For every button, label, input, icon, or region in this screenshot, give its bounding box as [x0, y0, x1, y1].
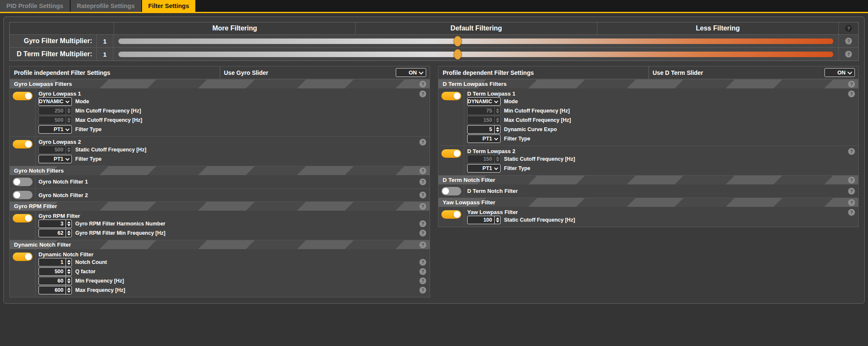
number-stepper[interactable]	[66, 220, 71, 228]
gyro-lowpass-2-type-select[interactable]: PT1	[38, 155, 72, 163]
gyro-lowpass-1-toggle[interactable]	[13, 92, 33, 100]
help-icon[interactable]: ?	[419, 230, 426, 236]
tab-bar: PID Profile Settings Rateprofile Setting…	[0, 0, 868, 12]
tuning-sliders-table: More Filtering Default Filtering Less Fi…	[9, 22, 859, 61]
number-stepper[interactable]	[66, 258, 71, 266]
help-icon[interactable]: ?	[845, 38, 852, 44]
dterm-lowpass-2-type-select[interactable]: PT1	[467, 164, 501, 173]
stepper-down-icon[interactable]	[67, 224, 71, 226]
help-icon[interactable]: ?	[419, 242, 426, 248]
gyro-notch-1-toggle[interactable]	[13, 178, 33, 186]
dterm-lowpass-2-toggle[interactable]	[441, 149, 461, 158]
dterm-filter-slider-track[interactable]	[118, 52, 833, 57]
tab-filter-settings[interactable]: Filter Settings	[142, 0, 196, 12]
stepper-down-icon[interactable]	[67, 272, 71, 274]
gyro-rpm-filter-block: Gyro RPM Filter 3 Gyro RPM Filter Harmon…	[10, 211, 430, 240]
help-icon[interactable]: ?	[419, 203, 426, 210]
number-stepper[interactable]	[494, 126, 500, 133]
dterm-notch-toggle[interactable]	[441, 187, 461, 195]
use-dterm-slider-select[interactable]: ON	[824, 68, 855, 77]
help-icon[interactable]: ?	[419, 91, 426, 97]
input-value: 150	[468, 155, 494, 163]
dterm-curve-expo-input[interactable]: 5	[467, 125, 501, 134]
help-icon[interactable]: ?	[845, 25, 852, 32]
stepper-up-icon[interactable]	[67, 269, 71, 271]
number-stepper[interactable]	[66, 286, 71, 294]
tab-rateprofile-settings[interactable]: Rateprofile Settings	[71, 0, 141, 12]
stepper-up-icon[interactable]	[67, 288, 71, 290]
select-value: PT1	[482, 136, 492, 142]
stepper-up-icon[interactable]	[67, 278, 71, 280]
number-stepper	[494, 155, 500, 163]
stepper-down-icon[interactable]	[67, 291, 71, 293]
section-dterm-notch-filter: D Term Notch Filter ?	[438, 175, 858, 184]
gyro-rpm-minfreq-input[interactable]: 62	[38, 229, 72, 237]
stepper-up-icon[interactable]	[496, 217, 499, 220]
number-stepper[interactable]	[66, 277, 71, 285]
left-panel-title: Profile independent Filter Settings	[10, 66, 220, 79]
help-icon[interactable]: ?	[419, 277, 426, 284]
number-stepper[interactable]	[66, 268, 71, 275]
dterm-lowpass-1-toggle[interactable]	[441, 92, 461, 100]
help-icon[interactable]: ?	[845, 51, 852, 58]
gyro-notch-2-toggle[interactable]	[13, 191, 33, 199]
stepper-up-icon[interactable]	[67, 231, 71, 233]
dterm-lowpass-1-type-select[interactable]: PT1	[467, 135, 501, 143]
yaw-static-cutoff-input[interactable]: 100	[467, 216, 501, 224]
help-icon[interactable]: ?	[419, 192, 426, 198]
help-icon[interactable]: ?	[419, 178, 426, 185]
help-icon[interactable]: ?	[848, 91, 855, 97]
help-icon[interactable]: ?	[848, 81, 855, 88]
stepper-down-icon	[496, 111, 499, 113]
gyro-lowpass-2-toggle[interactable]	[13, 140, 33, 148]
gyro-lowpass-1-type-select[interactable]: PT1	[38, 125, 72, 134]
help-icon[interactable]: ?	[419, 287, 426, 294]
number-stepper[interactable]	[494, 216, 500, 224]
notch-count-input[interactable]: 1	[38, 258, 72, 266]
help-icon[interactable]: ?	[848, 199, 855, 206]
gyro-rpm-filter-toggle[interactable]	[13, 214, 33, 222]
gyro-filter-slider-handle[interactable]	[454, 36, 462, 47]
toggle-knob	[454, 150, 460, 157]
stepper-up-icon[interactable]	[67, 260, 71, 262]
stepper-down-icon[interactable]	[67, 263, 71, 265]
dynamic-notch-filter-toggle[interactable]	[13, 253, 33, 261]
gyro-notch-2-block: Gyro Notch Filter 2 ?	[10, 188, 430, 201]
number-stepper[interactable]	[66, 229, 71, 237]
toggle-knob	[454, 211, 460, 218]
dterm-lowpass-1-mode-select[interactable]: DYNAMIC	[467, 97, 501, 106]
help-icon[interactable]: ?	[848, 148, 855, 155]
stepper-up-icon[interactable]	[496, 127, 499, 129]
yaw-lowpass-toggle[interactable]	[441, 210, 461, 219]
help-icon[interactable]: ?	[419, 220, 426, 227]
stepper-up-icon[interactable]	[67, 221, 71, 223]
gyro-filter-slider-track[interactable]	[118, 38, 833, 44]
q-factor-input[interactable]: 500	[38, 267, 72, 276]
help-icon[interactable]: ?	[419, 168, 426, 174]
help-icon[interactable]: ?	[848, 188, 855, 195]
dyn-min-freq-input[interactable]: 60	[38, 277, 72, 285]
gyro-lowpass-1-mode-select[interactable]: DYNAMIC	[38, 97, 72, 106]
help-icon[interactable]: ?	[848, 209, 855, 216]
filter-type-label: Filter Type	[75, 156, 101, 162]
help-icon[interactable]: ?	[419, 139, 426, 146]
use-gyro-slider-select[interactable]: ON	[396, 68, 426, 77]
dyn-max-freq-input[interactable]: 600	[38, 286, 72, 294]
dterm-lowpass-2-type-row: PT1 Filter Type	[467, 164, 858, 173]
tab-pid-profile-settings[interactable]: PID Profile Settings	[0, 0, 70, 12]
help-icon[interactable]: ?	[848, 177, 855, 184]
number-stepper	[66, 146, 71, 154]
toggle-knob	[25, 253, 32, 260]
dterm-filter-slider-handle[interactable]	[454, 49, 462, 60]
header-default-filtering: Default Filtering	[355, 22, 597, 34]
dterm-lowpass-1-toggle-cell	[438, 88, 464, 146]
help-icon[interactable]: ?	[419, 268, 426, 275]
help-icon[interactable]: ?	[419, 259, 426, 266]
stepper-down-icon[interactable]	[496, 220, 499, 222]
help-icon[interactable]: ?	[419, 81, 426, 88]
stepper-down-icon[interactable]	[67, 281, 71, 283]
gyro-rpm-harmonics-input[interactable]: 3	[38, 220, 72, 228]
dterm-lowpass-2-static-row: 150 Static Cutoff Frequency [Hz]	[467, 155, 858, 163]
stepper-down-icon[interactable]	[67, 233, 71, 236]
stepper-down-icon[interactable]	[496, 130, 499, 132]
